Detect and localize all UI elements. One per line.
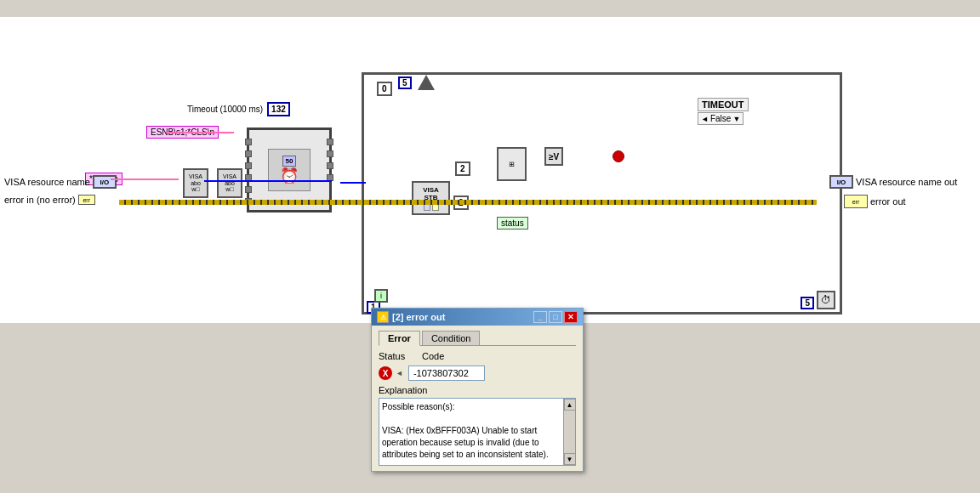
dialog-tabs: Error Condition: [379, 331, 576, 346]
conn-left-5: [245, 186, 252, 193]
error-in-label: error in (no error): [4, 195, 76, 205]
timeout-text-area: Timeout (10000 ms) 132: [187, 102, 290, 116]
wire-blue-main: [204, 180, 332, 182]
num5-top-area: 5: [398, 75, 435, 90]
close-button[interactable]: ✕: [564, 311, 578, 323]
scroll-down-arrow[interactable]: ▼: [564, 453, 576, 465]
visa-box-left-1: VISAabow□: [183, 168, 208, 198]
tab-condition[interactable]: Condition: [422, 331, 480, 346]
num-const-0: 0: [377, 82, 392, 96]
timeout-text: Timeout (10000 ms): [187, 105, 263, 114]
dialog-content: Error Condition Status Code X ◄ -1073807…: [372, 326, 583, 471]
conn-right-1: [327, 139, 333, 145]
visa-resource-in-terminal: I/O: [93, 175, 117, 189]
merge-node: ⊞: [497, 147, 527, 181]
conn-right-2: [327, 150, 333, 157]
minimize-button[interactable]: _: [533, 311, 547, 323]
triangle-node-top: [418, 75, 435, 90]
wire-blue-resource: [340, 182, 366, 184]
conn-right-3: [327, 162, 333, 169]
visa-resource-in-area: VISA resource name I/O: [4, 175, 117, 189]
conn-left-1: [245, 139, 252, 145]
diagram-area: 1 ⏱ 5 TIMEOUT ◄ False ▼ Timeout (10000 m…: [0, 17, 980, 323]
stop-dot: [612, 150, 624, 162]
tab-error[interactable]: Error: [379, 331, 420, 346]
error-in-terminal: err: [78, 195, 95, 205]
error-status-icon: X: [379, 366, 392, 380]
dialog-icon: ⚠: [377, 311, 389, 323]
num-const-2a: 2: [455, 162, 470, 176]
scrollbar[interactable]: ▲ ▼: [563, 399, 575, 465]
error-dialog: ⚠ [2] error out _ □ ✕ Error Condition St…: [371, 308, 584, 472]
visa-resource-out-area: I/O VISA resource name out: [829, 175, 957, 189]
code-label: Code: [422, 351, 460, 361]
subvi-icon: 50 ⏰: [268, 149, 311, 191]
status-code-row: Status Code: [379, 351, 576, 361]
visa-resource-out-label: VISA resource name out: [856, 177, 957, 187]
maximize-button[interactable]: □: [549, 311, 562, 323]
wire-pink-2: [111, 178, 179, 180]
explanation-text: Possible reason(s): VISA: (Hex 0xBFFF003…: [382, 401, 573, 461]
status-code-values-row: X ◄ -1073807302: [379, 366, 576, 381]
visa-stb-node: VISA STB: [412, 181, 450, 215]
error-in-area: error in (no error) err: [4, 195, 95, 205]
explanation-label: Explanation: [379, 385, 576, 395]
false-selector[interactable]: ◄ False ▼: [698, 112, 744, 125]
false-value: False: [710, 114, 731, 123]
wire-striped-bottom: [119, 200, 817, 205]
error-out-label: error out: [870, 196, 906, 207]
conn-left-3: [245, 162, 252, 169]
visa-resource-in-label: VISA resource name: [4, 177, 90, 187]
timeout-label: TIMEOUT: [698, 98, 749, 111]
loop-iteration-icon: ⏱: [817, 291, 835, 309]
num5-badge: 5: [398, 76, 412, 89]
error-out-area: err error out: [844, 195, 906, 208]
visa-resource-out-terminal: I/O: [829, 175, 853, 189]
loop-badge-5b: 5: [801, 297, 814, 309]
status-arrow: ◄: [396, 369, 403, 377]
error-out-terminal: err: [844, 195, 868, 208]
compare-node-1: ≥V: [544, 147, 563, 166]
status-label: Status: [379, 351, 417, 361]
status-node: status: [497, 217, 528, 230]
code-value[interactable]: -1073807302: [408, 366, 485, 381]
dialog-titlebar: ⚠ [2] error out _ □ ✕: [372, 309, 583, 326]
timeout-value: 132: [267, 102, 290, 116]
dialog-title: [2] error out: [392, 312, 445, 322]
titlebar-buttons[interactable]: _ □ ✕: [533, 311, 578, 323]
conn-left-2: [245, 150, 252, 157]
visa-box-left-2: VISAabow□: [217, 168, 242, 198]
iter-terminal: i: [374, 289, 388, 303]
compare-area: ≥V: [544, 147, 563, 166]
scroll-up-arrow[interactable]: ▲: [564, 399, 576, 411]
titlebar-left: ⚠ [2] error out: [377, 311, 445, 323]
explanation-box: Possible reason(s): VISA: (Hex 0xBFFF003…: [379, 398, 576, 466]
wire-pink-1: [166, 132, 234, 133]
